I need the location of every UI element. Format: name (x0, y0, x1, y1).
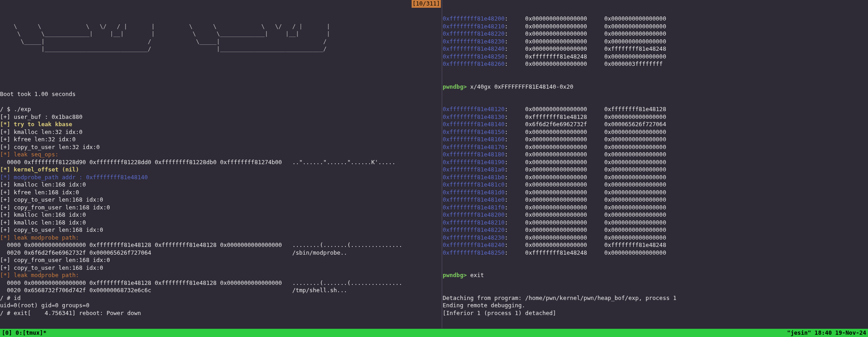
mem-row: 0xffffffff81e48230: 0x0000000000000000 0… (443, 234, 868, 242)
terminal-line: [*] try to leak kbase (0, 121, 442, 128)
mem-row: 0xffffffff81e48120: 0x0000000000000000 0… (443, 106, 868, 113)
terminal-line: / $ ./exp (0, 106, 442, 113)
terminal-line: [+] kmalloc len:32 idx:0 (0, 128, 442, 136)
mem-row: 0xffffffff81e48160: 0x0000000000000000 0… (443, 136, 868, 144)
mem-row: 0xffffffff81e48250: 0xffffffff81e48248 0… (443, 53, 868, 61)
search-indicator: [10/311] (412, 0, 441, 8)
mem-row: 0xffffffff81e48220: 0x0000000000000000 0… (443, 226, 868, 234)
mem-row: 0xffffffff81e48260: 0x0000000000000000 0… (443, 60, 868, 68)
ascii-art: \ \ \ \/ / | | \ \ \ \/ / | | \ \_______… (0, 23, 442, 53)
mem-row: 0xffffffff81e48210: 0x0000000000000000 0… (443, 23, 868, 31)
terminal-line: 0020 0x6f6d2f6e6962732f 0x000065626f7270… (0, 249, 442, 257)
mem-row: 0xffffffff81e481d0: 0x0000000000000000 0… (443, 189, 868, 197)
right-pane[interactable]: 0xffffffff81e48200: 0x0000000000000000 0… (443, 0, 868, 328)
terminal-line: [+] user_buf : 0x1bac880 (0, 113, 442, 121)
mem-row: 0xffffffff81e481f0: 0x0000000000000000 0… (443, 204, 868, 212)
mem-row: 0xffffffff81e48200: 0x0000000000000000 0… (443, 211, 868, 219)
mem-row: 0xffffffff81e48130: 0xffffffff81e48128 0… (443, 113, 868, 121)
terminal-line: [+] copy_to_user len:168 idx:0 (0, 196, 442, 204)
terminal-line: [*] modprobe_path addr : 0xffffffff81e48… (0, 174, 442, 182)
left-pane[interactable]: [10/311] \ \ \ \/ / | | \ \ \ \/ / | | \… (0, 0, 442, 328)
mem-row: 0xffffffff81e48240: 0x0000000000000000 0… (443, 241, 868, 249)
mem-row: 0xffffffff81e48250: 0xffffffff81e48248 0… (443, 249, 868, 257)
mem-row: 0xffffffff81e48190: 0x0000000000000000 0… (443, 159, 868, 166)
terminal-line: Boot took 1.00 seconds (0, 91, 442, 98)
terminal-line: [+] copy_to_user len:32 idx:0 (0, 144, 442, 151)
mem-row: 0xffffffff81e481b0: 0x0000000000000000 0… (443, 174, 868, 182)
terminal-line: [+] kmalloc len:168 idx:0 (0, 181, 442, 189)
mem-row: 0xffffffff81e48240: 0x0000000000000000 0… (443, 45, 868, 53)
terminal-line: [+] copy_from_user len:168 idx:0 (0, 257, 442, 264)
terminal-line: 0000 0xffffffff81228d90 0xffffffff81228d… (0, 159, 442, 166)
mem-row: 0xffffffff81e48230: 0x0000000000000000 0… (443, 38, 868, 46)
pwndbg-cmd-1[interactable]: pwndbg> x/40gx 0xFFFFFFFF81E48140-0x20 (443, 83, 868, 91)
terminal-line: [+] copy_from_user len:168 idx:0 (0, 204, 442, 212)
terminal-line: Ending remote debugging. (443, 302, 868, 310)
mem-row: 0xffffffff81e48170: 0x0000000000000000 0… (443, 144, 868, 151)
mem-row: 0xffffffff81e48150: 0x0000000000000000 0… (443, 128, 868, 136)
terminal-line: / # id (0, 294, 442, 302)
terminal-line: Detaching from program: /home/pwn/kernel… (443, 294, 868, 302)
mem-row: 0xffffffff81e481e0: 0x0000000000000000 0… (443, 196, 868, 204)
terminal-line: [+] kmalloc len:168 idx:0 (0, 219, 442, 227)
terminal-line: / # exit[ 4.756341] reboot: Power down (0, 310, 442, 317)
mem-row: 0xffffffff81e48220: 0x0000000000000000 0… (443, 30, 868, 38)
mem-row: 0xffffffff81e481c0: 0x0000000000000000 0… (443, 181, 868, 189)
tmux-left: [0] 0:[tmux]* (2, 329, 47, 337)
terminal-line: 0000 0x0000000000000000 0xffffffff81e481… (0, 279, 442, 287)
mem-row: 0xffffffff81e48180: 0x0000000000000000 0… (443, 151, 868, 159)
terminal-line: 0000 0x0000000000000000 0xffffffff81e481… (0, 241, 442, 249)
tmux-right: "jesin" 18:40 19-Nov-24 (787, 329, 866, 337)
terminal-line: [+] kfree len:168 idx:0 (0, 189, 442, 197)
terminal-line: uid=0(root) gid=0 groups=0 (0, 302, 442, 310)
mem-row: 0xffffffff81e48200: 0x0000000000000000 0… (443, 15, 868, 23)
terminal-line: [*] leak seq_ops: (0, 151, 442, 159)
terminal-line: [+] copy_to_user len:168 idx:0 (0, 226, 442, 234)
terminal-line: [+] kfree len:32 idx:0 (0, 136, 442, 144)
pwndbg-cmd-exit[interactable]: pwndbg> exit (443, 272, 868, 279)
terminal-line: [Inferior 1 (process 1) detached] (443, 310, 868, 317)
mem-row: 0xffffffff81e48140: 0x6f6d2f6e6962732f 0… (443, 121, 868, 128)
terminal-line: [*] leak modprobe path: (0, 272, 442, 279)
terminal-line: 0020 0x6568732f706d742f 0x00000068732e6c… (0, 287, 442, 294)
tmux-statusline: [0] 0:[tmux]* "jesin" 18:40 19-Nov-24 (0, 329, 868, 337)
terminal-line (0, 98, 442, 106)
terminal-line: [+] copy_to_user len:168 idx:0 (0, 264, 442, 272)
terminal-line: [*] leak modprobe path: (0, 234, 442, 242)
mem-row: 0xffffffff81e48210: 0x0000000000000000 0… (443, 219, 868, 227)
terminal-line: [*] kernel_offset (nil) (0, 166, 442, 174)
mem-row: 0xffffffff81e481a0: 0x0000000000000000 0… (443, 166, 868, 174)
terminal-line: [+] kmalloc len:168 idx:0 (0, 211, 442, 219)
